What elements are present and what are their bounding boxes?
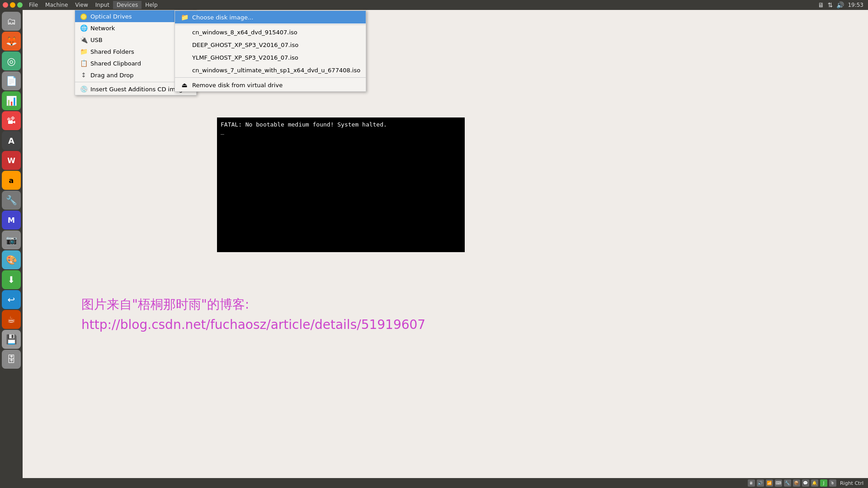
tray-icon-7[interactable]: 💬	[802, 479, 809, 487]
menu-machine[interactable]: Machine	[42, 1, 71, 9]
iso2-label: DEEP_GHOST_XP_SP3_V2016_07.iso	[192, 42, 298, 48]
usb-icon: 🔌	[80, 36, 88, 44]
menu-file[interactable]: File	[25, 1, 42, 9]
sidebar-app-tools[interactable]: 🔧	[2, 191, 21, 210]
tray-icon-4[interactable]: ⌨	[775, 479, 782, 487]
drag-drop-icon: ↕	[80, 71, 88, 79]
optical-drives-icon	[80, 12, 88, 20]
sidebar-app-paint[interactable]: 🎨	[2, 250, 21, 269]
submenu-choose-disk[interactable]: 📁 Choose disk image...	[175, 11, 366, 23]
sidebar-app-hdd2[interactable]: 🗄	[2, 350, 21, 369]
tray-icon-5[interactable]: 🔧	[784, 479, 791, 487]
vm-fatal-text: FATAL: No bootable medium found! System …	[221, 121, 387, 128]
sidebar-app-text-editor[interactable]: 📄	[2, 71, 21, 90]
menubar: File Machine View Input Devices Help 🖥 ⇅…	[0, 0, 868, 10]
tray-icon-9[interactable]: J	[820, 479, 827, 487]
submenu-iso-4[interactable]: cn_windows_7_ultimate_with_sp1_x64_dvd_u…	[175, 64, 366, 76]
tray-icon-6[interactable]: 📦	[793, 479, 800, 487]
iso4-label: cn_windows_7_ultimate_with_sp1_x64_dvd_u…	[192, 67, 360, 74]
taskbar-right-ctrl-label: Right Ctrl	[838, 480, 865, 486]
blog-line2: http://blog.csdn.net/fuchaosz/article/de…	[81, 315, 425, 335]
shared-clipboard-label: Shared Clipboard	[90, 60, 184, 67]
sidebar-app-download[interactable]: ⬇	[2, 270, 21, 289]
sidebar-app-chrome[interactable]: ◎	[2, 52, 21, 70]
tray-icon-2[interactable]: 🔊	[757, 479, 764, 487]
system-time: 19:53	[848, 2, 863, 8]
submenu-iso-3[interactable]: YLMF_GHOST_XP_SP3_V2016_07.iso	[175, 51, 366, 64]
vm-screen[interactable]: FATAL: No bootable medium found! System …	[217, 117, 465, 252]
iso2-icon	[180, 41, 189, 49]
window-close-button[interactable]	[3, 2, 8, 8]
window-controls	[0, 2, 25, 8]
sidebar-app-amazon[interactable]: a	[2, 171, 21, 190]
sidebar-app-font[interactable]: A	[2, 131, 21, 150]
sidebar-app-java[interactable]: ☕	[2, 310, 21, 329]
iso4-icon	[180, 66, 189, 74]
menu-view[interactable]: View	[71, 1, 91, 9]
tray-network-icon: ⇅	[828, 1, 833, 9]
iso3-icon	[180, 53, 189, 61]
sidebar-app-firefox[interactable]: 🦊	[2, 32, 21, 51]
optical-drives-label: Optical Drives	[90, 13, 184, 20]
choose-disk-icon: 📁	[180, 13, 189, 21]
remove-disk-label: Remove disk from virtual drive	[192, 82, 283, 89]
sidebar-app-wps[interactable]: W	[2, 151, 21, 170]
sidebar-app-camera[interactable]: 📷	[2, 230, 21, 249]
submenu-iso-2[interactable]: DEEP_GHOST_XP_SP3_V2016_07.iso	[175, 38, 366, 51]
remove-disk-icon: ⏏	[180, 81, 189, 89]
optical-submenu: 📁 Choose disk image... cn_windows_8_x64_…	[175, 10, 366, 92]
iso1-icon	[180, 28, 189, 36]
drag-drop-label: Drag and Drop	[90, 72, 184, 79]
menubar-menus: File Machine View Input Devices Help	[25, 1, 161, 9]
iso1-label: cn_windows_8_x64_dvd_915407.iso	[192, 29, 297, 36]
tray-display-icon: 🖥	[818, 1, 824, 9]
sidebar-app-writer[interactable]: M	[2, 211, 21, 230]
window-maximize-button[interactable]	[17, 2, 23, 8]
submenu-separator-1	[175, 24, 366, 25]
menu-devices[interactable]: Devices	[113, 1, 142, 9]
tray-icon-1[interactable]: 🖥	[748, 479, 755, 487]
blog-line1: 图片来自"梧桐那时雨"的博客:	[81, 295, 425, 315]
window-minimize-button[interactable]	[10, 2, 15, 8]
menu-help[interactable]: Help	[142, 1, 161, 9]
tray-icon-8[interactable]: 🔔	[811, 479, 818, 487]
network-icon: 🌐	[80, 24, 88, 32]
tray-icon-3[interactable]: 📶	[766, 479, 773, 487]
submenu-remove-disk[interactable]: ⏏ Remove disk from virtual drive	[175, 79, 366, 91]
tray-icon-10[interactable]: 🖱	[829, 479, 836, 487]
choose-disk-label: Choose disk image...	[192, 14, 253, 21]
menubar-right: 🖥 ⇅ 🔊 19:53	[818, 1, 868, 9]
taskbar-right: 🖥 🔊 📶 ⌨ 🔧 📦 💬 🔔 J 🖱 Right Ctrl	[748, 479, 868, 487]
blog-attribution: 图片来自"梧桐那时雨"的博客: http://blog.csdn.net/fuc…	[81, 295, 425, 335]
sidebar-app-files[interactable]: 🗂	[2, 12, 21, 31]
sidebar: 🗂 🦊 ◎ 📄 📊 📽 A W a 🔧 M 📷 🎨 ⬇ ↩ ☕ 💾 🗄	[0, 10, 23, 478]
devices-menu: Optical Drives ▶ 🌐 Network ▶ 🔌 USB ▶ 📁 S…	[75, 10, 197, 95]
tray-audio-icon: 🔊	[836, 1, 844, 9]
network-label: Network	[90, 25, 184, 32]
vm-cursor: _	[221, 128, 224, 135]
submenu-separator-2	[175, 77, 366, 78]
menu-input[interactable]: Input	[92, 1, 113, 9]
submenu-iso-1[interactable]: cn_windows_8_x64_dvd_915407.iso	[175, 26, 366, 38]
sidebar-app-present[interactable]: 📽	[2, 111, 21, 130]
sidebar-app-calc[interactable]: 📊	[2, 91, 21, 110]
sidebar-app-hdd[interactable]: 💾	[2, 330, 21, 349]
shared-clipboard-icon: 📋	[80, 59, 88, 67]
shared-folders-label: Shared Folders	[90, 48, 184, 55]
iso3-label: YLMF_GHOST_XP_SP3_V2016_07.iso	[192, 54, 298, 61]
shared-folders-icon: 📁	[80, 47, 88, 56]
guest-additions-icon: 💿	[80, 85, 88, 93]
sidebar-app-back[interactable]: ↩	[2, 290, 21, 309]
taskbar: 🖥 🔊 📶 ⌨ 🔧 📦 💬 🔔 J 🖱 Right Ctrl	[0, 478, 868, 488]
usb-label: USB	[90, 37, 184, 43]
